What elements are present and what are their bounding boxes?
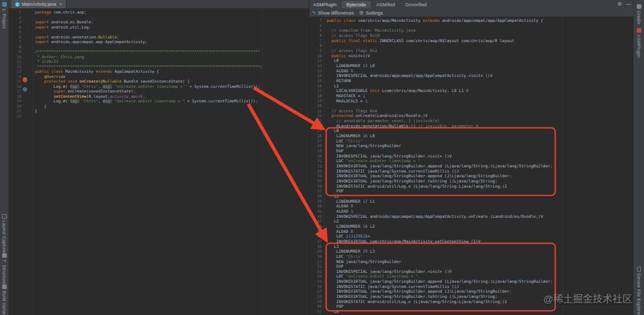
- code-line: 46 LDC 2131296284: [310, 234, 633, 239]
- code-line: 9 // access flags 0x1: [310, 48, 633, 54]
- code-line: 32 INVOKEVIRTUAL java/lang/StringBuilder…: [310, 164, 633, 169]
- code-line: 10 public <init>()V: [310, 54, 633, 59]
- editor-tab-bar: C MainActivity.java ×: [9, 0, 309, 9]
- code-line: 30 INVOKESPECIAL java/lang/StringBuilder…: [310, 154, 633, 159]
- code-line: 2: [9, 15, 309, 20]
- java-code-area[interactable]: ↑ 1package com.chris.aop;23import androi…: [9, 9, 309, 315]
- project-icon: [2, 2, 7, 7]
- code-line: 13public class MainActivity extends AppC…: [9, 69, 309, 74]
- code-line: 45 ALOAD 0: [310, 229, 633, 234]
- code-line: 29 DUP: [310, 149, 633, 154]
- code-line: 41 ALOAD 1: [310, 209, 633, 214]
- code-line: 53 INVOKESPECIAL java/lang/StringBuilder…: [310, 269, 633, 274]
- class-gutter-icon[interactable]: [23, 77, 27, 82]
- stripe-label: Device File Explorer: [636, 273, 641, 315]
- code-line: 51 NEW java/lang/StringBuilder: [310, 259, 633, 265]
- code-line: 6import androidx.annotation.Nullable;: [9, 35, 309, 40]
- bytecode-lines: 3public class com/chris/aop/MainActivity…: [310, 18, 633, 314]
- code-line: 23 // annotable parameter count: 1 (invi…: [310, 119, 633, 124]
- code-line: 6 // access flags 0x19: [310, 33, 633, 38]
- code-line: 16 Log.e( tag: "Chris", msg: "onCreate.o…: [9, 84, 309, 89]
- code-line: 48 L3: [310, 244, 633, 250]
- code-line: 26 LINENUMBER 16 L0: [310, 134, 633, 139]
- code-line: 52 DUP: [310, 264, 633, 269]
- code-line: 43 L2: [310, 219, 633, 224]
- code-line: 25 L0: [310, 128, 633, 134]
- tab-asmified[interactable]: ASMified: [372, 1, 400, 8]
- tab-groovified[interactable]: Groovified: [401, 1, 432, 8]
- code-line: 19 MAXLOCALS = 1: [310, 99, 633, 104]
- code-line: 17 LOCALVARIABLE this Lcom/chris/aop/Mai…: [310, 88, 633, 94]
- sidebar-item-gradle[interactable]: Gradle: [634, 4, 644, 24]
- settings-gear-icon: ⚙: [359, 10, 364, 16]
- build-variants-icon: [2, 284, 7, 289]
- code-line: 47 INVOKEVIRTUAL com/chris/aop/MainActiv…: [310, 239, 633, 244]
- code-line: 19 Log.e( tag: "Chris", msg: "onCreate.o…: [9, 99, 309, 104]
- code-line: 7 public final static INNERCLASS com/chr…: [310, 38, 633, 44]
- stripe-label: ASMPlugin: [636, 34, 641, 58]
- code-line: 34 INVOKEVIRTUAL java/lang/StringBuilder…: [310, 174, 633, 179]
- code-line: 11 * 1/28/21: [9, 59, 309, 64]
- stripe-label: 7: Structure: [2, 259, 7, 284]
- code-line: 56 INVOKESTATIC java/lang/System.current…: [310, 284, 633, 290]
- code-line: 5: [9, 30, 309, 35]
- code-line: 15 protected void onCreate(@Nullable Bun…: [9, 79, 309, 84]
- asmplugin-tool-window: ASMPlugin: Bytecode ASMified Groovified …: [309, 0, 633, 315]
- structure-icon: [2, 253, 7, 258]
- code-line: 54 LDC "onCreate.onExit timestamp = ": [310, 274, 633, 279]
- stripe-label: Gradle: [636, 10, 641, 24]
- right-toolwindow-stripe: Gradle ASMPlugin Device File Explorer: [633, 0, 644, 315]
- code-line: 18 MAXSTACK = 1: [310, 94, 633, 99]
- code-line: 15 RETURN: [310, 78, 633, 84]
- bytecode-area[interactable]: 3public class com/chris/aop/MainActivity…: [310, 17, 633, 315]
- stripe-label: Build Variants: [2, 291, 7, 315]
- code-line: 20 }: [9, 104, 309, 109]
- code-line: 18 setContentView(R.layout.activity_main…: [9, 94, 309, 99]
- code-line: 13 ALOAD 0: [310, 69, 633, 74]
- minimize-icon[interactable]: —: [626, 1, 631, 7]
- sidebar-item-device-file-explorer[interactable]: Device File Explorer: [634, 267, 644, 315]
- sidebar-item-layout-captures[interactable]: Layout Captures: [0, 214, 8, 255]
- sidebar-item-asmplugin[interactable]: ASMPlugin: [634, 28, 644, 58]
- code-line: 9/**************************************…: [9, 49, 309, 55]
- ide-window: 1: Project Layout Captures 7: Structure …: [0, 0, 644, 315]
- code-line: 12 LINENUMBER 13 L0: [310, 63, 633, 69]
- gradle-icon: [637, 4, 641, 9]
- code-line: 27 LDC "Chris": [310, 139, 633, 144]
- tab-bytecode[interactable]: Bytecode: [342, 1, 371, 8]
- code-line: 42 INVOKESPECIAL androidx/appcompat/app/…: [310, 214, 633, 219]
- java-class-icon: C: [15, 2, 20, 7]
- gear-icon[interactable]: ⚙: [618, 1, 622, 7]
- sidebar-item-structure[interactable]: 7: Structure: [0, 253, 8, 284]
- code-line: 38 L1: [310, 194, 633, 199]
- code-line: 5 // compiled from: MainActivity.java: [310, 28, 633, 33]
- code-line: 37 POP: [310, 189, 633, 194]
- sidebar-item-build-variants[interactable]: Build Variants: [0, 284, 8, 315]
- stripe-label: Layout Captures: [2, 220, 7, 255]
- code-line: 61 L4: [310, 309, 633, 314]
- toolwindow-header: ASMPlugin: Bytecode ASMified Groovified …: [310, 0, 633, 9]
- code-line: 12 *************************************…: [9, 64, 309, 70]
- code-line: 10 * Author: Chris.yang: [9, 55, 309, 60]
- code-line: 40 ALOAD 0: [310, 204, 633, 209]
- code-line: 8: [310, 43, 633, 48]
- stripe-label: 1: Project: [2, 8, 7, 29]
- code-line: 21 // access flags 0x4: [310, 109, 633, 114]
- tab-title: MainActivity.java: [22, 2, 56, 7]
- code-line: 8: [9, 45, 309, 50]
- override-method-gutter-icon[interactable]: ↑: [23, 87, 27, 91]
- code-line: 14 @Override: [9, 74, 309, 80]
- toolwindow-toolbar: ✎ Show differences ⚙ Settings: [310, 9, 633, 17]
- code-line: 39 LINENUMBER 17 L1: [310, 199, 633, 204]
- show-differences-icon: ✎: [312, 10, 316, 16]
- show-differences-button[interactable]: Show differences: [318, 10, 354, 16]
- left-toolwindow-stripe: 1: Project Layout Captures 7: Structure …: [0, 0, 9, 315]
- code-line: 31 LDC "onCreate.onEnter timestamp = ": [310, 159, 633, 164]
- code-line: 24 @Landroidx/annotation/Nullable;() // …: [310, 124, 633, 129]
- code-line: 16 L1: [310, 84, 633, 89]
- settings-button[interactable]: Settings: [366, 10, 383, 16]
- code-line: 3public class com/chris/aop/MainActivity…: [310, 18, 633, 23]
- sidebar-item-project[interactable]: 1: Project: [0, 2, 8, 29]
- tab-mainactivity-java[interactable]: C MainActivity.java ×: [11, 0, 66, 8]
- close-icon[interactable]: ×: [59, 2, 62, 7]
